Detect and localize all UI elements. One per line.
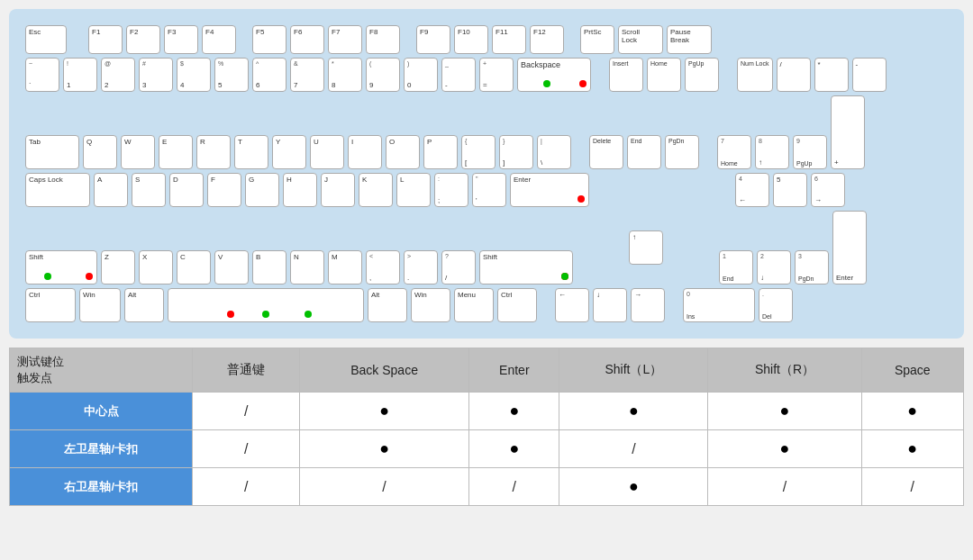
key-f10[interactable]: F10 bbox=[454, 25, 488, 54]
key-insert[interactable]: Insert bbox=[609, 58, 643, 92]
key-right[interactable]: → bbox=[631, 288, 665, 322]
key-end[interactable]: End bbox=[627, 135, 661, 169]
key-4[interactable]: $4 bbox=[177, 58, 211, 92]
key-delete[interactable]: Delete bbox=[589, 135, 623, 169]
key-f11[interactable]: F11 bbox=[492, 25, 526, 54]
key-alt-left[interactable]: Alt bbox=[124, 288, 164, 322]
key-f4[interactable]: F4 bbox=[202, 25, 236, 54]
key-f[interactable]: F bbox=[207, 173, 241, 207]
key-8[interactable]: *8 bbox=[328, 58, 362, 92]
key-t[interactable]: T bbox=[234, 135, 268, 169]
key-win-right[interactable]: Win bbox=[411, 288, 450, 322]
key-backslash[interactable]: |\ bbox=[537, 135, 571, 169]
key-numlock[interactable]: Num Lock bbox=[737, 58, 773, 92]
key-space[interactable] bbox=[168, 288, 364, 322]
key-f5[interactable]: F5 bbox=[252, 25, 286, 54]
key-i[interactable]: I bbox=[348, 135, 382, 169]
key-win-left[interactable]: Win bbox=[79, 288, 121, 322]
key-menu[interactable]: Menu bbox=[454, 288, 494, 322]
key-num5[interactable]: 5 bbox=[773, 173, 807, 207]
key-g[interactable]: G bbox=[245, 173, 279, 207]
key-comma[interactable]: <, bbox=[366, 250, 400, 285]
key-f6[interactable]: F6 bbox=[290, 25, 324, 54]
key-f3[interactable]: F3 bbox=[164, 25, 198, 54]
key-numplus[interactable]: + bbox=[831, 95, 865, 169]
key-2[interactable]: @2 bbox=[101, 58, 135, 92]
key-shift-left[interactable]: Shift bbox=[25, 250, 97, 285]
key-numminus[interactable]: - bbox=[852, 58, 887, 92]
key-h[interactable]: H bbox=[283, 173, 317, 207]
key-f7[interactable]: F7 bbox=[328, 25, 362, 54]
key-num8[interactable]: 8↑ bbox=[755, 135, 789, 169]
key-quote[interactable]: "' bbox=[472, 173, 506, 207]
key-num7[interactable]: 7Home bbox=[717, 135, 751, 169]
key-6[interactable]: ^6 bbox=[252, 58, 286, 92]
key-o[interactable]: O bbox=[386, 135, 420, 169]
key-slash[interactable]: ?/ bbox=[441, 250, 476, 285]
key-f2[interactable]: F2 bbox=[126, 25, 160, 54]
key-home[interactable]: Home bbox=[647, 58, 681, 92]
key-esc[interactable]: Esc bbox=[25, 25, 67, 54]
key-a[interactable]: A bbox=[94, 173, 128, 207]
key-num9[interactable]: 9PgUp bbox=[793, 135, 827, 169]
key-num0[interactable]: 0Ins bbox=[683, 288, 755, 322]
key-k[interactable]: K bbox=[359, 173, 393, 207]
key-f1[interactable]: F1 bbox=[88, 25, 123, 54]
key-z[interactable]: Z bbox=[101, 250, 135, 285]
key-pgdn[interactable]: PgDn bbox=[665, 135, 699, 169]
key-up[interactable]: ↑ bbox=[629, 230, 663, 265]
key-equals[interactable]: += bbox=[479, 58, 514, 92]
key-alt-right[interactable]: Alt bbox=[368, 288, 407, 322]
key-s[interactable]: S bbox=[132, 173, 166, 207]
key-num4[interactable]: 4← bbox=[735, 173, 769, 207]
key-backspace[interactable]: Backspace bbox=[517, 58, 591, 92]
key-num1[interactable]: 1End bbox=[719, 250, 753, 285]
key-x[interactable]: X bbox=[139, 250, 173, 285]
key-pgup[interactable]: PgUp bbox=[685, 58, 719, 92]
key-b[interactable]: B bbox=[252, 250, 286, 285]
key-ctrl-right[interactable]: Ctrl bbox=[497, 288, 537, 322]
key-num6[interactable]: 6→ bbox=[811, 173, 845, 207]
key-r[interactable]: R bbox=[196, 135, 231, 169]
key-numdot[interactable]: .Del bbox=[759, 288, 793, 322]
key-5[interactable]: %5 bbox=[214, 58, 249, 92]
key-ctrl-left[interactable]: Ctrl bbox=[25, 288, 76, 322]
key-minus[interactable]: _- bbox=[441, 58, 476, 92]
key-9[interactable]: (9 bbox=[366, 58, 400, 92]
key-lbracket[interactable]: {[ bbox=[461, 135, 496, 169]
key-u[interactable]: U bbox=[310, 135, 344, 169]
key-num2[interactable]: 2↓ bbox=[757, 250, 791, 285]
key-m[interactable]: M bbox=[328, 250, 362, 285]
key-y[interactable]: Y bbox=[272, 135, 306, 169]
key-f9[interactable]: F9 bbox=[416, 25, 450, 54]
key-prtsc[interactable]: PrtSc bbox=[580, 25, 614, 54]
key-shift-right[interactable]: Shift bbox=[479, 250, 573, 285]
key-w[interactable]: W bbox=[121, 135, 155, 169]
key-enter[interactable]: Enter bbox=[510, 173, 589, 207]
key-e[interactable]: E bbox=[159, 135, 193, 169]
key-semicolon[interactable]: :; bbox=[434, 173, 468, 207]
key-scrolllock[interactable]: ScrollLock bbox=[618, 25, 663, 54]
key-numslash[interactable]: / bbox=[777, 58, 811, 92]
key-f8[interactable]: F8 bbox=[366, 25, 400, 54]
key-rbracket[interactable]: }] bbox=[499, 135, 533, 169]
key-0[interactable]: )0 bbox=[404, 58, 438, 92]
key-numenter[interactable]: Enter bbox=[832, 211, 867, 285]
key-d[interactable]: D bbox=[169, 173, 204, 207]
key-7[interactable]: &7 bbox=[290, 58, 324, 92]
key-num3[interactable]: 3PgDn bbox=[795, 250, 829, 285]
key-l[interactable]: L bbox=[396, 173, 431, 207]
key-p[interactable]: P bbox=[423, 135, 458, 169]
key-numstar[interactable]: * bbox=[814, 58, 849, 92]
key-f12[interactable]: F12 bbox=[530, 25, 564, 54]
key-v[interactable]: V bbox=[214, 250, 249, 285]
key-c[interactable]: C bbox=[177, 250, 211, 285]
key-j[interactable]: J bbox=[321, 173, 355, 207]
key-capslock[interactable]: Caps Lock bbox=[25, 173, 90, 207]
key-n[interactable]: N bbox=[290, 250, 324, 285]
key-1[interactable]: !1 bbox=[63, 58, 97, 92]
key-tab[interactable]: Tab bbox=[25, 135, 79, 169]
key-tilde[interactable]: ~` bbox=[25, 58, 59, 92]
key-down[interactable]: ↓ bbox=[593, 288, 627, 322]
key-pause[interactable]: PauseBreak bbox=[667, 25, 712, 54]
